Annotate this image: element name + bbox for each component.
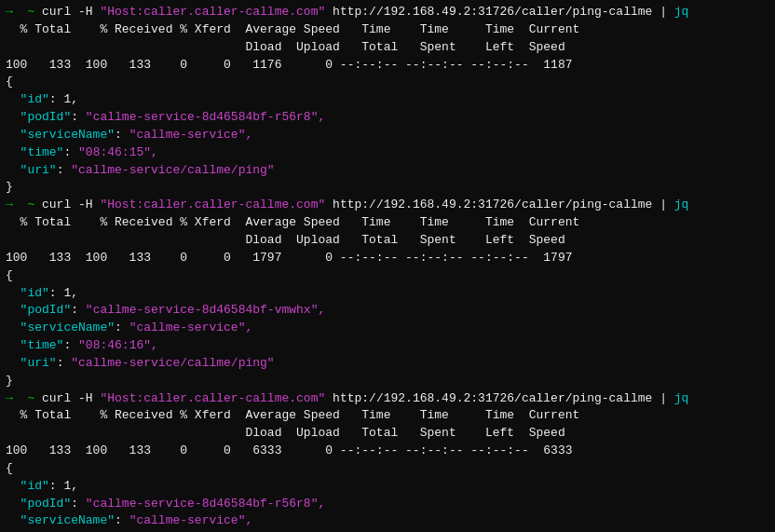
json-key: "podId" — [20, 110, 72, 124]
curl-url: http://192.168.49.2:31726/caller/ping-ca… — [325, 198, 659, 211]
pipe: | — [659, 198, 674, 211]
command-line: → ~ curl -H "Host:caller.caller-callme.c… — [6, 197, 769, 214]
json-field: "id": 1, — [6, 285, 769, 303]
pipe: | — [659, 5, 674, 19]
json-key: "id" — [20, 286, 49, 300]
host-header: "Host:caller.caller-callme.com" — [100, 198, 325, 211]
json-field: "serviceName": "callme-service", — [6, 512, 769, 530]
json-key: "id" — [20, 479, 49, 493]
json-key: "uri" — [20, 163, 57, 177]
json-value: "callme-service-8d46584bf-vmwhx", — [86, 303, 325, 317]
stats-values: 100 133 100 133 0 0 1797 0 --:--:-- --:-… — [6, 250, 769, 267]
json-field: "time": "08:46:15", — [6, 144, 769, 162]
json-value: 1, — [63, 286, 78, 300]
prompt-arrow: → ~ — [6, 5, 42, 19]
curl-cmd: curl -H — [42, 391, 100, 405]
json-key: "serviceName" — [20, 513, 115, 527]
jq-cmd: jq — [674, 198, 689, 211]
json-value: "callme-service", — [129, 128, 253, 142]
json-field: "time": "08:46:16", — [6, 337, 769, 355]
json-value: "callme-service/callme/ping" — [71, 163, 274, 177]
json-field: "podId": "callme-service-8d46584bf-vmwhx… — [6, 302, 769, 320]
json-value: "callme-service-8d46584bf-r56r8", — [86, 110, 325, 124]
json-key: "serviceName" — [20, 128, 115, 142]
prompt-arrow: → ~ — [6, 198, 42, 211]
curl-cmd: curl -H — [42, 5, 100, 19]
stats-header: % Total % Received % Xferd Average Speed… — [6, 21, 769, 39]
host-header: "Host:caller.caller-callme.com" — [100, 391, 325, 405]
jq-cmd: jq — [674, 5, 689, 19]
json-key: "serviceName" — [20, 321, 115, 334]
json-key: "podId" — [20, 303, 72, 317]
json-value: "callme-service", — [129, 321, 253, 334]
curl-cmd: curl -H — [42, 198, 100, 211]
json-open: { — [6, 74, 769, 91]
json-value: "08:46:16", — [78, 338, 158, 352]
json-field: "podId": "callme-service-8d46584bf-r56r8… — [6, 496, 769, 513]
json-key: "id" — [20, 92, 49, 106]
json-key: "time" — [20, 338, 64, 352]
stats-header: % Total % Received % Xferd Average Speed… — [6, 407, 769, 425]
json-key: "podId" — [20, 497, 72, 511]
prompt-arrow: → ~ — [6, 391, 42, 405]
stats-header: % Total % Received % Xferd Average Speed… — [6, 214, 769, 232]
command-line: → ~ curl -H "Host:caller.caller-callme.c… — [6, 4, 769, 21]
json-close: } — [6, 179, 769, 197]
json-field: "id": 1, — [6, 91, 769, 109]
curl-url: http://192.168.49.2:31726/caller/ping-ca… — [325, 5, 659, 19]
json-field: "uri": "callme-service/callme/ping" — [6, 355, 769, 373]
stats-subheader: Dload Upload Total Spent Left Speed — [6, 232, 769, 250]
json-field: "podId": "callme-service-8d46584bf-r56r8… — [6, 109, 769, 127]
json-value: "callme-service-8d46584bf-r56r8", — [86, 497, 325, 511]
json-close: } — [6, 373, 769, 390]
json-field: "serviceName": "callme-service", — [6, 127, 769, 144]
json-field: "uri": "callme-service/callme/ping" — [6, 162, 769, 180]
stats-subheader: Dload Upload Total Spent Left Speed — [6, 39, 769, 57]
host-header: "Host:caller.caller-callme.com" — [100, 5, 325, 19]
curl-url: http://192.168.49.2:31726/caller/ping-ca… — [325, 391, 659, 405]
terminal: → ~ curl -H "Host:caller.caller-callme.c… — [0, 0, 775, 532]
command-line: → ~ curl -H "Host:caller.caller-callme.c… — [6, 390, 769, 408]
json-key: "uri" — [20, 356, 57, 370]
json-value: "08:46:15", — [78, 145, 158, 159]
json-key: "time" — [20, 145, 64, 159]
json-field: "serviceName": "callme-service", — [6, 320, 769, 337]
json-value: 1, — [63, 92, 78, 106]
json-open: { — [6, 267, 769, 285]
json-field: "id": 1, — [6, 478, 769, 496]
json-value: 1, — [63, 479, 78, 493]
json-value: "callme-service", — [129, 513, 253, 527]
pipe: | — [659, 391, 674, 405]
json-value: "callme-service/callme/ping" — [71, 356, 274, 370]
stats-values: 100 133 100 133 0 0 1176 0 --:--:-- --:-… — [6, 57, 769, 75]
stats-values: 100 133 100 133 0 0 6333 0 --:--:-- --:-… — [6, 443, 769, 460]
stats-subheader: Dload Upload Total Spent Left Speed — [6, 425, 769, 443]
jq-cmd: jq — [674, 391, 689, 405]
json-open: { — [6, 460, 769, 478]
